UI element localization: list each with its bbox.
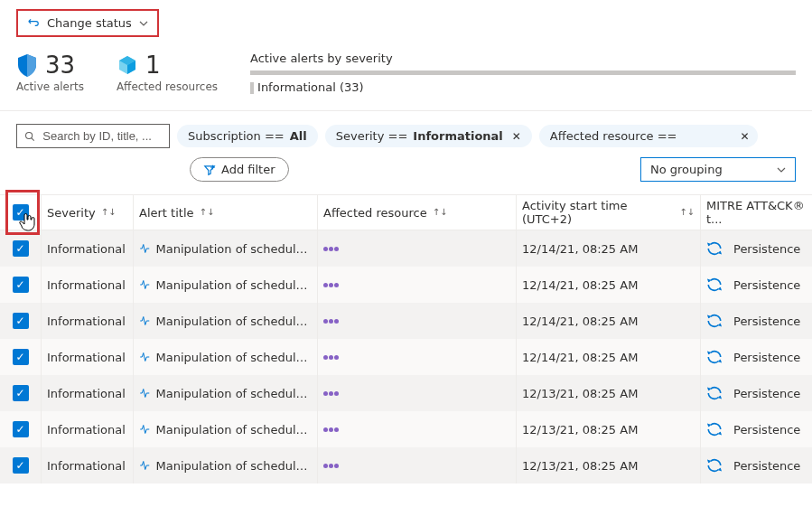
persistence-icon [706,457,723,474]
cell-resource [318,230,517,267]
cell-title[interactable]: Manipulation of scheduled t... [134,303,318,339]
row-checkbox-cell[interactable]: ✓ [0,230,42,267]
column-header-mitre[interactable]: MITRE ATT&CK® t... [701,195,812,230]
row-checkbox-cell[interactable]: ✓ [0,339,42,375]
close-icon[interactable]: ✕ [740,130,749,143]
resource-icon [323,283,339,287]
resource-icon [323,391,339,396]
cell-time: 12/13/21, 08:25 AM [517,447,701,484]
change-status-icon [27,17,40,30]
cell-title[interactable]: Manipulation of scheduled t... [134,267,318,303]
pulse-icon [139,460,151,471]
row-checkbox[interactable]: ✓ [13,240,29,257]
add-filter-button[interactable]: Add filter [190,157,289,182]
cell-title[interactable]: Manipulation of scheduled t... [134,447,318,484]
persistence-icon [706,385,723,401]
row-checkbox-cell[interactable]: ✓ [0,303,42,339]
row-checkbox-cell[interactable]: ✓ [0,447,42,484]
cell-mitre: Persistence [701,411,812,447]
persistence-icon [706,349,723,365]
row-checkbox[interactable]: ✓ [13,385,29,401]
table-row[interactable]: ✓InformationalManipulation of scheduled … [0,411,812,447]
cell-title[interactable]: Manipulation of scheduled t... [134,230,318,267]
select-all-checkbox[interactable]: ✓ [13,204,29,221]
severity-block: Active alerts by severity Informational … [250,52,796,94]
cell-time: 12/13/21, 08:25 AM [517,375,701,411]
sort-icon: ↑↓ [101,209,117,216]
severity-breakdown: Informational (33) [250,80,796,94]
severity-title: Active alerts by severity [250,52,796,65]
filters-row-2: Add filter No grouping [0,154,812,194]
row-checkbox[interactable]: ✓ [13,277,29,293]
close-icon[interactable]: ✕ [512,130,521,143]
cell-resource [318,339,517,375]
cell-resource [318,411,517,447]
filter-pill-severity[interactable]: Severity == Informational ✕ [325,125,532,147]
search-input-wrapper[interactable] [16,124,170,148]
grid-header: ✓ Severity ↑↓ Alert title ↑↓ Affected re… [0,194,812,230]
affected-resources-metric: 1 Affected resources [117,52,218,93]
pulse-icon [139,315,151,326]
search-icon [24,130,35,143]
table-row[interactable]: ✓InformationalManipulation of scheduled … [0,447,812,484]
cell-resource [318,303,517,339]
persistence-icon [706,277,723,293]
cell-mitre: Persistence [701,303,812,339]
select-all-cell[interactable]: ✓ [0,195,42,230]
cell-mitre: Persistence [701,339,812,375]
cell-severity: Informational [42,375,134,411]
column-header-severity[interactable]: Severity ↑↓ [42,195,134,230]
column-header-time[interactable]: Activity start time (UTC+2) ↑↓ [517,195,701,230]
row-checkbox-cell[interactable]: ✓ [0,375,42,411]
search-input[interactable] [41,128,162,144]
affected-resources-count: 1 [145,52,161,79]
filter-pill-resource[interactable]: Affected resource == ✕ [539,125,759,147]
pulse-icon [139,352,151,362]
cell-severity: Informational [42,447,134,484]
cell-time: 12/14/21, 08:25 AM [517,230,701,267]
resource-icon [323,319,339,324]
cell-title[interactable]: Manipulation of scheduled t... [134,375,318,411]
table-row[interactable]: ✓InformationalManipulation of scheduled … [0,303,812,339]
active-alerts-label: Active alerts [16,80,84,93]
cell-time: 12/14/21, 08:25 AM [517,339,701,375]
pulse-icon [139,243,151,254]
row-checkbox[interactable]: ✓ [13,421,29,437]
chevron-down-icon [777,165,786,174]
cell-severity: Informational [42,303,134,339]
column-header-title[interactable]: Alert title ↑↓ [134,195,318,230]
cell-severity: Informational [42,411,134,447]
row-checkbox-cell[interactable]: ✓ [0,411,42,447]
pulse-icon [139,424,151,435]
chevron-down-icon [139,19,148,28]
cell-mitre: Persistence [701,375,812,411]
table-row[interactable]: ✓InformationalManipulation of scheduled … [0,230,812,267]
change-status-button[interactable]: Change status [16,9,159,37]
persistence-icon [706,421,723,437]
table-row[interactable]: ✓InformationalManipulation of scheduled … [0,267,812,303]
sort-icon: ↑↓ [433,209,448,216]
cell-mitre: Persistence [701,230,812,267]
filter-pill-subscription[interactable]: Subscription == All [177,125,318,147]
cell-severity: Informational [42,267,134,303]
row-checkbox[interactable]: ✓ [13,349,29,365]
sort-icon: ↑↓ [200,209,215,216]
column-header-resource[interactable]: Affected resource ↑↓ [318,195,517,230]
cell-severity: Informational [42,230,134,267]
grouping-select[interactable]: No grouping [640,157,796,182]
row-checkbox-cell[interactable]: ✓ [0,267,42,303]
alerts-grid: ✓ Severity ↑↓ Alert title ↑↓ Affected re… [0,194,812,484]
cell-time: 12/14/21, 08:25 AM [517,303,701,339]
resource-icon [323,427,339,432]
severity-bar [250,70,796,75]
add-filter-label: Add filter [221,163,275,176]
summary-row: 33 Active alerts 1 Affected resources Ac… [0,44,812,111]
filters-row: Subscription == All Severity == Informat… [0,111,812,154]
row-checkbox[interactable]: ✓ [13,457,29,474]
cell-title[interactable]: Manipulation of scheduled t... [134,339,318,375]
affected-resources-label: Affected resources [117,80,218,93]
table-row[interactable]: ✓InformationalManipulation of scheduled … [0,375,812,411]
cell-title[interactable]: Manipulation of scheduled t... [134,411,318,447]
row-checkbox[interactable]: ✓ [13,313,29,329]
table-row[interactable]: ✓InformationalManipulation of scheduled … [0,339,812,375]
